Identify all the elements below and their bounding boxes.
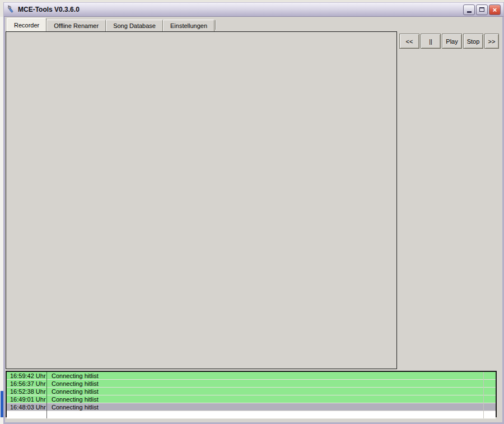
title-bar[interactable]: MCE-Tools V0.3.6.0 × — [4, 3, 503, 17]
log-row-message: Connecting hitlist — [47, 403, 484, 411]
log-row-extra — [484, 403, 496, 411]
maximize-button[interactable] — [476, 4, 488, 15]
log-row-time: 16:59:42 Uhr — [7, 372, 47, 380]
log-row-message: Connecting hitlist — [47, 372, 484, 380]
play-button[interactable]: Play — [442, 34, 462, 49]
log-row-time: 16:52:38 Uhr — [7, 388, 47, 395]
tab-song-database[interactable]: Song Database — [106, 20, 163, 31]
close-icon: × — [493, 6, 497, 14]
log-row-extra — [484, 380, 496, 388]
main-tab-bar: Recorder Offline Renamer Song Database E… — [7, 18, 216, 31]
log-row-message: Connecting hitlist — [47, 380, 484, 388]
log-row-time: 16:49:01 Uhr — [7, 395, 47, 403]
next-button[interactable]: >> — [484, 34, 499, 49]
log-row-message: Connecting hitlist — [47, 388, 484, 395]
minimize-icon — [467, 11, 472, 13]
window-title: MCE-Tools V0.3.6.0 — [18, 6, 80, 13]
tab-einstellungen[interactable]: Einstellungen — [163, 20, 214, 31]
tab-bar-separator — [216, 20, 216, 30]
tab-recorder[interactable]: Recorder — [7, 18, 46, 31]
previous-button[interactable]: << — [399, 34, 419, 49]
recorder-panel — [6, 31, 397, 369]
log-row-empty — [7, 411, 496, 419]
log-row[interactable]: 16:59:42 Uhr Connecting hitlist — [7, 372, 496, 380]
maximize-icon — [479, 7, 484, 12]
log-row-selected[interactable]: 16:48:03 Uhr Connecting hitlist — [7, 403, 496, 411]
microphone-icon — [7, 5, 16, 14]
log-row[interactable]: 16:49:01 Uhr Connecting hitlist — [7, 395, 496, 403]
log-row-time: 16:48:03 Uhr — [7, 403, 47, 411]
log-row[interactable]: 16:56:37 Uhr Connecting hitlist — [7, 380, 496, 388]
minimize-button[interactable] — [463, 4, 475, 15]
log-row-extra — [484, 388, 496, 395]
close-button[interactable]: × — [489, 4, 501, 15]
log-row-extra — [484, 372, 496, 380]
status-log-list: 16:59:42 Uhr Connecting hitlist 16:56:37… — [6, 371, 497, 417]
log-row-time: 16:56:37 Uhr — [7, 380, 47, 388]
log-row-extra — [484, 395, 496, 403]
tab-offline-renamer[interactable]: Offline Renamer — [46, 20, 106, 31]
stop-button[interactable]: Stop — [463, 34, 483, 49]
log-row-message: Connecting hitlist — [47, 395, 484, 403]
pause-button[interactable]: || — [421, 34, 441, 49]
log-row[interactable]: 16:52:38 Uhr Connecting hitlist — [7, 388, 496, 395]
